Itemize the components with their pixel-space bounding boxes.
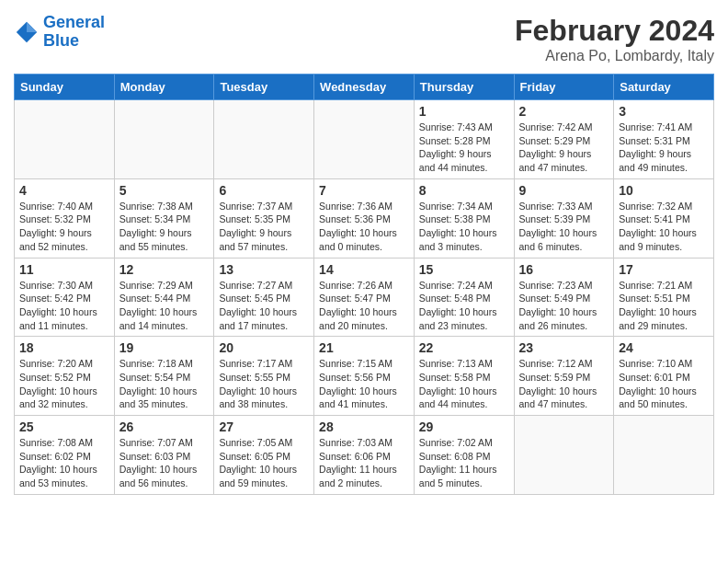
calendar-cell: 22Sunrise: 7:13 AM Sunset: 5:58 PM Dayli… <box>414 337 514 416</box>
day-number: 11 <box>19 262 109 277</box>
day-info: Sunrise: 7:07 AM Sunset: 6:03 PM Dayligh… <box>119 436 210 490</box>
day-number: 13 <box>219 262 309 277</box>
calendar-cell: 29Sunrise: 7:02 AM Sunset: 6:08 PM Dayli… <box>414 416 514 495</box>
logo-line2: Blue <box>43 31 79 50</box>
calendar-week-row: 1Sunrise: 7:43 AM Sunset: 5:28 PM Daylig… <box>15 100 714 179</box>
day-number: 1 <box>419 104 509 119</box>
calendar-cell: 9Sunrise: 7:33 AM Sunset: 5:39 PM Daylig… <box>514 178 614 258</box>
calendar-cell: 1Sunrise: 7:43 AM Sunset: 5:28 PM Daylig… <box>414 100 514 179</box>
day-info: Sunrise: 7:12 AM Sunset: 5:59 PM Dayligh… <box>519 357 609 411</box>
calendar-cell: 28Sunrise: 7:03 AM Sunset: 6:06 PM Dayli… <box>314 416 415 495</box>
calendar-cell: 14Sunrise: 7:26 AM Sunset: 5:47 PM Dayli… <box>314 258 415 337</box>
calendar: SundayMondayTuesdayWednesdayThursdayFrid… <box>14 74 714 495</box>
calendar-cell <box>214 100 314 179</box>
calendar-cell: 13Sunrise: 7:27 AM Sunset: 5:45 PM Dayli… <box>214 258 314 337</box>
month-title: February 2024 <box>515 14 714 48</box>
day-number: 20 <box>219 340 309 355</box>
weekday-header: Monday <box>114 75 214 100</box>
day-info: Sunrise: 7:02 AM Sunset: 6:08 PM Dayligh… <box>419 436 509 490</box>
day-info: Sunrise: 7:27 AM Sunset: 5:45 PM Dayligh… <box>219 279 309 333</box>
day-info: Sunrise: 7:05 AM Sunset: 6:05 PM Dayligh… <box>219 436 309 490</box>
day-info: Sunrise: 7:34 AM Sunset: 5:38 PM Dayligh… <box>419 200 509 254</box>
day-info: Sunrise: 7:32 AM Sunset: 5:41 PM Dayligh… <box>619 200 709 254</box>
calendar-cell: 20Sunrise: 7:17 AM Sunset: 5:55 PM Dayli… <box>214 337 314 416</box>
calendar-cell <box>514 416 614 495</box>
day-info: Sunrise: 7:42 AM Sunset: 5:29 PM Dayligh… <box>519 121 609 175</box>
calendar-week-row: 11Sunrise: 7:30 AM Sunset: 5:42 PM Dayli… <box>15 258 714 337</box>
day-number: 5 <box>119 183 210 198</box>
calendar-cell: 4Sunrise: 7:40 AM Sunset: 5:32 PM Daylig… <box>15 178 115 258</box>
day-number: 19 <box>119 340 210 355</box>
day-info: Sunrise: 7:37 AM Sunset: 5:35 PM Dayligh… <box>219 200 309 254</box>
day-info: Sunrise: 7:15 AM Sunset: 5:56 PM Dayligh… <box>319 357 409 411</box>
day-info: Sunrise: 7:20 AM Sunset: 5:52 PM Dayligh… <box>19 357 109 411</box>
weekday-header: Wednesday <box>314 75 415 100</box>
day-number: 6 <box>219 183 309 198</box>
calendar-cell: 21Sunrise: 7:15 AM Sunset: 5:56 PM Dayli… <box>314 337 415 416</box>
day-info: Sunrise: 7:26 AM Sunset: 5:47 PM Dayligh… <box>319 279 409 333</box>
day-number: 7 <box>319 183 409 198</box>
day-number: 16 <box>519 262 609 277</box>
day-info: Sunrise: 7:29 AM Sunset: 5:44 PM Dayligh… <box>119 279 210 333</box>
day-number: 4 <box>19 183 109 198</box>
calendar-header: SundayMondayTuesdayWednesdayThursdayFrid… <box>15 75 714 100</box>
day-info: Sunrise: 7:18 AM Sunset: 5:54 PM Dayligh… <box>119 357 210 411</box>
calendar-cell: 25Sunrise: 7:08 AM Sunset: 6:02 PM Dayli… <box>15 416 115 495</box>
title-block: February 2024 Arena Po, Lombardy, Italy <box>515 14 714 64</box>
day-number: 10 <box>619 183 709 198</box>
day-number: 28 <box>319 419 409 434</box>
calendar-body: 1Sunrise: 7:43 AM Sunset: 5:28 PM Daylig… <box>15 100 714 495</box>
day-number: 22 <box>419 340 509 355</box>
day-number: 18 <box>19 340 109 355</box>
day-number: 8 <box>419 183 509 198</box>
day-number: 29 <box>419 419 509 434</box>
logo-line1: General <box>43 13 105 31</box>
calendar-week-row: 18Sunrise: 7:20 AM Sunset: 5:52 PM Dayli… <box>15 337 714 416</box>
day-info: Sunrise: 7:03 AM Sunset: 6:06 PM Dayligh… <box>319 436 409 490</box>
weekday-header: Tuesday <box>214 75 314 100</box>
day-info: Sunrise: 7:36 AM Sunset: 5:36 PM Dayligh… <box>319 200 409 254</box>
calendar-cell: 17Sunrise: 7:21 AM Sunset: 5:51 PM Dayli… <box>614 258 714 337</box>
day-info: Sunrise: 7:41 AM Sunset: 5:31 PM Dayligh… <box>619 121 709 175</box>
day-number: 21 <box>319 340 409 355</box>
calendar-cell: 24Sunrise: 7:10 AM Sunset: 6:01 PM Dayli… <box>614 337 714 416</box>
location: Arena Po, Lombardy, Italy <box>515 48 714 64</box>
calendar-cell <box>614 416 714 495</box>
day-info: Sunrise: 7:10 AM Sunset: 6:01 PM Dayligh… <box>619 357 709 411</box>
weekday-header: Thursday <box>414 75 514 100</box>
day-info: Sunrise: 7:40 AM Sunset: 5:32 PM Dayligh… <box>19 200 109 254</box>
day-number: 25 <box>19 419 109 434</box>
day-info: Sunrise: 7:24 AM Sunset: 5:48 PM Dayligh… <box>419 279 509 333</box>
day-number: 14 <box>319 262 409 277</box>
day-number: 12 <box>119 262 210 277</box>
day-number: 27 <box>219 419 309 434</box>
weekday-header: Friday <box>514 75 614 100</box>
day-number: 2 <box>519 104 609 119</box>
calendar-cell: 8Sunrise: 7:34 AM Sunset: 5:38 PM Daylig… <box>414 178 514 258</box>
day-info: Sunrise: 7:13 AM Sunset: 5:58 PM Dayligh… <box>419 357 509 411</box>
day-info: Sunrise: 7:43 AM Sunset: 5:28 PM Dayligh… <box>419 121 509 175</box>
day-number: 17 <box>619 262 709 277</box>
calendar-week-row: 25Sunrise: 7:08 AM Sunset: 6:02 PM Dayli… <box>15 416 714 495</box>
day-number: 23 <box>519 340 609 355</box>
calendar-cell: 6Sunrise: 7:37 AM Sunset: 5:35 PM Daylig… <box>214 178 314 258</box>
calendar-cell: 5Sunrise: 7:38 AM Sunset: 5:34 PM Daylig… <box>114 178 214 258</box>
weekday-row: SundayMondayTuesdayWednesdayThursdayFrid… <box>15 75 714 100</box>
calendar-cell: 7Sunrise: 7:36 AM Sunset: 5:36 PM Daylig… <box>314 178 415 258</box>
calendar-cell: 12Sunrise: 7:29 AM Sunset: 5:44 PM Dayli… <box>114 258 214 337</box>
logo-icon <box>14 19 40 45</box>
calendar-week-row: 4Sunrise: 7:40 AM Sunset: 5:32 PM Daylig… <box>15 178 714 258</box>
day-info: Sunrise: 7:33 AM Sunset: 5:39 PM Dayligh… <box>519 200 609 254</box>
svg-marker-1 <box>27 22 37 32</box>
day-info: Sunrise: 7:30 AM Sunset: 5:42 PM Dayligh… <box>19 279 109 333</box>
page-header: General Blue February 2024 Arena Po, Lom… <box>14 14 714 64</box>
calendar-cell: 19Sunrise: 7:18 AM Sunset: 5:54 PM Dayli… <box>114 337 214 416</box>
calendar-cell: 11Sunrise: 7:30 AM Sunset: 5:42 PM Dayli… <box>15 258 115 337</box>
day-info: Sunrise: 7:21 AM Sunset: 5:51 PM Dayligh… <box>619 279 709 333</box>
day-info: Sunrise: 7:17 AM Sunset: 5:55 PM Dayligh… <box>219 357 309 411</box>
day-number: 24 <box>619 340 709 355</box>
calendar-cell <box>314 100 415 179</box>
calendar-cell: 15Sunrise: 7:24 AM Sunset: 5:48 PM Dayli… <box>414 258 514 337</box>
logo-text: General Blue <box>43 14 105 51</box>
calendar-cell: 23Sunrise: 7:12 AM Sunset: 5:59 PM Dayli… <box>514 337 614 416</box>
